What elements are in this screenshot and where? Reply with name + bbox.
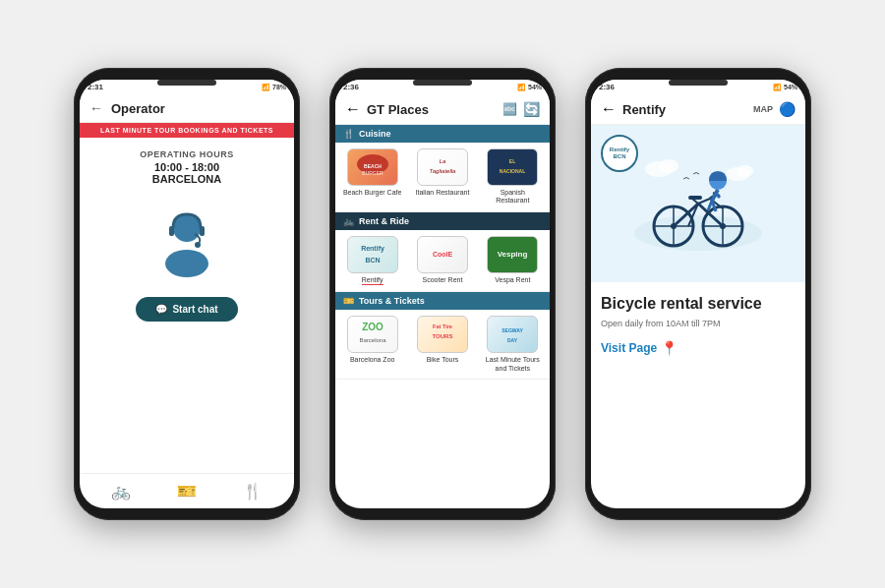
italian-logo: La Tagliatella xyxy=(417,148,468,186)
operating-hours: 10:00 - 18:00 xyxy=(140,161,233,173)
refresh-icon[interactable]: 🔄 xyxy=(523,101,540,117)
signal-icon: 📶 xyxy=(262,84,270,91)
search-icon-2[interactable]: 🔤 xyxy=(502,102,517,116)
rentify-name: Rentify xyxy=(362,276,384,285)
status-icons-2: 📶 54% xyxy=(517,84,542,91)
cuisine-section-header: 🍴 Cuisine xyxy=(335,125,550,143)
time-2: 2:36 xyxy=(343,83,359,91)
restaurant-nav-icon[interactable]: 🍴 xyxy=(243,482,263,500)
bicycle-illustration xyxy=(629,149,767,258)
svg-text:ZOO: ZOO xyxy=(362,322,384,332)
svg-point-26 xyxy=(659,159,678,173)
bottom-nav-1: 🚲 🎫 🍴 xyxy=(80,473,294,508)
svg-text:NACIONAL: NACIONAL xyxy=(500,168,525,174)
ticket-nav-icon[interactable]: 🎫 xyxy=(177,482,197,500)
italian-name: Italian Restaurant xyxy=(416,189,470,197)
whatsapp-icon: 💬 xyxy=(155,304,167,315)
tours-section-header: 🎫 Tours & Tickets xyxy=(335,292,550,310)
back-button-2[interactable]: ← xyxy=(345,100,361,118)
scooter-logo: CoolE xyxy=(417,236,468,273)
tours-label: Tours & Tickets xyxy=(359,296,425,306)
svg-text:CoolE: CoolE xyxy=(433,251,453,258)
cuisine-label: Cuisine xyxy=(359,129,391,139)
operating-city: BARCELONA xyxy=(140,173,233,185)
operator-content: OPERATING HOURS 10:00 - 18:00 BARCELONA xyxy=(80,138,294,473)
rentify-logo: Rentify BCN xyxy=(347,236,398,273)
bike-icon-section: 🚲 xyxy=(343,216,354,226)
svg-text:Vesping: Vesping xyxy=(498,250,528,259)
svg-text:EL: EL xyxy=(509,158,515,164)
svg-text:BCN: BCN xyxy=(365,257,380,264)
rentify-hero: RentifyBCN xyxy=(591,125,805,282)
status-bar-2: 2:36 📶 54% xyxy=(335,80,550,94)
spanish-name: Spanish Restaurant xyxy=(483,189,542,206)
pin-icon: 📍 xyxy=(661,340,678,356)
battery-label-2: 54% xyxy=(528,84,542,90)
svg-text:La: La xyxy=(440,158,446,164)
time-1: 2:31 xyxy=(88,83,103,91)
vespa-logo: Vesping xyxy=(487,236,538,273)
phone-gtplaces: 2:36 📶 54% ← GT Places 🔤 🔄 🍴 Cuisine xyxy=(329,68,556,520)
beach-burger-logo: BEACH BURGER xyxy=(347,148,398,186)
svg-text:Rentify: Rentify xyxy=(361,245,384,253)
tours-icon: 🎫 xyxy=(343,296,354,306)
bike-nav-icon[interactable]: 🚲 xyxy=(111,482,131,500)
rent-section-header: 🚲 Rent & Ride xyxy=(335,212,550,230)
svg-text:BURGER: BURGER xyxy=(362,170,384,176)
back-button-3[interactable]: ← xyxy=(601,100,617,118)
signal-icon-2: 📶 xyxy=(517,84,526,91)
zoo-logo: ZOO Barcelona xyxy=(347,316,398,353)
place-lastminute[interactable]: SEGWAY DAY Last Minute Tours and Tickets xyxy=(483,316,542,373)
status-bar-3: 2:36 📶 54% xyxy=(591,80,805,94)
svg-text:SEGWAY: SEGWAY xyxy=(502,327,524,333)
rentify-header: ← Rentify MAP 🔵 xyxy=(591,94,805,125)
screen-gtplaces: 2:36 📶 54% ← GT Places 🔤 🔄 🍴 Cuisine xyxy=(335,80,550,508)
visit-label: Visit Page xyxy=(601,341,657,355)
place-vespa[interactable]: Vesping Vespa Rent xyxy=(483,236,542,285)
start-chat-button[interactable]: 💬 Start chat xyxy=(136,297,237,322)
scooter-name: Scooter Rent xyxy=(423,276,463,284)
service-title: Bicycle rental service xyxy=(601,294,796,313)
svg-rect-10 xyxy=(488,149,537,185)
navigate-icon[interactable]: 🔵 xyxy=(779,101,796,117)
rentify-logo-circle: RentifyBCN xyxy=(601,135,638,172)
place-italian[interactable]: La Tagliatella Italian Restaurant xyxy=(413,148,472,206)
battery-label: 78% xyxy=(272,84,286,90)
rent-label: Rent & Ride xyxy=(359,216,409,226)
place-biketours[interactable]: Fat Tire TOURS Bike Tours xyxy=(413,316,472,373)
map-button[interactable]: MAP xyxy=(753,104,773,114)
operating-hours-section: OPERATING HOURS 10:00 - 18:00 BARCELONA xyxy=(140,149,233,185)
svg-text:BEACH: BEACH xyxy=(364,163,382,169)
phone-operator: 2:31 📶 78% ← Operator LAST MINUTE TOUR B… xyxy=(74,68,300,520)
chat-label: Start chat xyxy=(172,304,217,315)
place-zoo[interactable]: ZOO Barcelona Barcelona Zoo xyxy=(343,316,402,373)
place-beach-burger[interactable]: BEACH BURGER Beach Burger Cafe xyxy=(343,148,402,206)
status-bar-1: 2:31 📶 78% xyxy=(80,80,294,94)
beach-burger-name: Beach Burger Cafe xyxy=(343,189,402,197)
operator-banner: LAST MINUTE TOUR BOOKINGS AND TICKETS xyxy=(80,123,294,138)
place-spanish[interactable]: EL NACIONAL Spanish Restaurant xyxy=(483,148,542,206)
battery-label-3: 54% xyxy=(784,84,797,90)
svg-text:Barcelona: Barcelona xyxy=(359,337,386,343)
cuisine-grid: BEACH BURGER Beach Burger Cafe La Taglia… xyxy=(335,143,550,212)
spanish-logo: EL NACIONAL xyxy=(487,148,538,186)
gtplaces-title: GT Places xyxy=(367,102,497,117)
status-icons-1: 📶 78% xyxy=(262,84,286,91)
zoo-name: Barcelona Zoo xyxy=(350,356,395,364)
visit-page-button[interactable]: Visit Page 📍 xyxy=(601,340,678,356)
back-button-1[interactable]: ← xyxy=(89,100,103,116)
tours-grid: ZOO Barcelona Barcelona Zoo Fat Tire TOU… xyxy=(335,310,550,380)
time-3: 2:36 xyxy=(599,83,615,91)
rent-grid: Rentify BCN Rentify CoolE Scooter Rent xyxy=(335,230,550,292)
cuisine-icon: 🍴 xyxy=(343,129,354,139)
place-rentify[interactable]: Rentify BCN Rentify xyxy=(343,236,402,285)
svg-text:DAY: DAY xyxy=(507,337,518,343)
vespa-name: Vespa Rent xyxy=(495,276,530,284)
service-subtitle: Open daily from 10AM till 7PM xyxy=(601,319,796,328)
place-scooter[interactable]: CoolE Scooter Rent xyxy=(413,236,472,285)
phone-rentify: 2:36 📶 54% ← Rentify MAP 🔵 RentifyBCN xyxy=(585,68,811,520)
status-icons-3: 📶 54% xyxy=(773,84,797,91)
operator-title: Operator xyxy=(111,101,165,116)
gtplaces-header: ← GT Places 🔤 🔄 xyxy=(335,94,550,125)
operator-header: ← Operator xyxy=(80,94,294,123)
